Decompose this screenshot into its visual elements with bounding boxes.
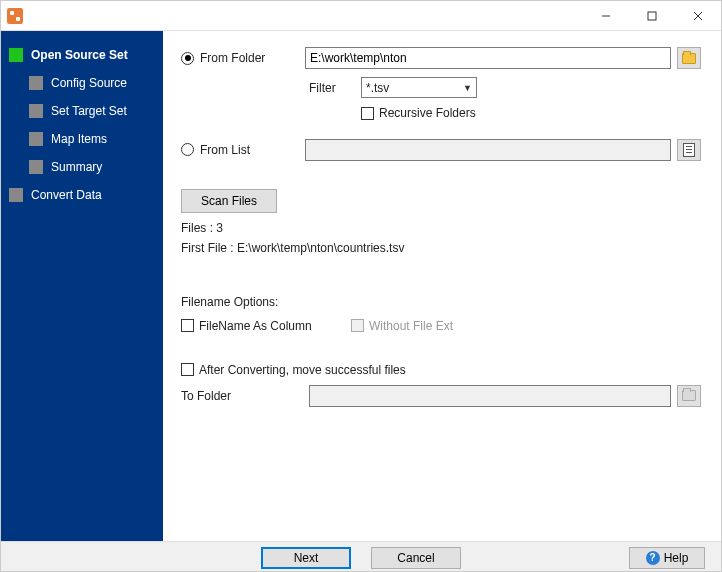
- maximize-button[interactable]: [629, 1, 675, 31]
- step-active-icon: [9, 48, 23, 62]
- scan-files-button[interactable]: Scan Files: [181, 189, 277, 213]
- wizard-sidebar: Open Source Set Config Source Set Target…: [1, 31, 163, 541]
- filter-combo[interactable]: *.tsv ▼: [361, 77, 477, 98]
- sidebar-item-label: Open Source Set: [31, 48, 128, 62]
- step-pending-icon: [29, 104, 43, 118]
- from-list-label: From List: [200, 143, 250, 157]
- from-folder-radio[interactable]: [181, 52, 194, 65]
- sidebar-item-open-source-set[interactable]: Open Source Set: [1, 41, 163, 69]
- browse-to-folder-button[interactable]: [677, 385, 701, 407]
- checkbox-icon: [181, 319, 194, 332]
- close-button[interactable]: [675, 1, 721, 31]
- sidebar-item-label: Convert Data: [31, 188, 102, 202]
- step-pending-icon: [29, 76, 43, 90]
- main-panel: From Folder Filter *.tsv ▼ Recursive Fol…: [163, 31, 721, 541]
- sidebar-item-label: Config Source: [51, 76, 127, 90]
- sidebar-item-summary[interactable]: Summary: [1, 153, 163, 181]
- checkbox-icon: [361, 107, 374, 120]
- sidebar-item-config-source[interactable]: Config Source: [1, 69, 163, 97]
- sidebar-item-label: Map Items: [51, 132, 107, 146]
- help-button[interactable]: ? Help: [629, 547, 705, 569]
- browse-list-button[interactable]: [677, 139, 701, 161]
- sidebar-item-label: Set Target Set: [51, 104, 127, 118]
- after-converting-label: After Converting, move successful files: [199, 363, 406, 377]
- without-file-ext-label: Without File Ext: [369, 319, 453, 333]
- first-file-text: First File : E:\work\temp\nton\countries…: [181, 241, 701, 255]
- help-label: Help: [664, 551, 689, 565]
- folder-icon: [682, 390, 696, 401]
- step-pending-icon: [29, 132, 43, 146]
- recursive-folders-checkbox[interactable]: Recursive Folders: [361, 106, 476, 120]
- sidebar-item-set-target-set[interactable]: Set Target Set: [1, 97, 163, 125]
- help-icon: ?: [646, 551, 660, 565]
- from-list-radio[interactable]: [181, 143, 194, 156]
- minimize-button[interactable]: [583, 1, 629, 31]
- title-bar: [1, 1, 721, 31]
- to-folder-label: To Folder: [181, 389, 231, 403]
- filename-as-column-label: FileName As Column: [199, 319, 312, 333]
- cancel-button[interactable]: Cancel: [371, 547, 461, 569]
- chevron-down-icon: ▼: [463, 83, 472, 93]
- folder-icon: [682, 53, 696, 64]
- folder-path-input[interactable]: [305, 47, 671, 69]
- files-count-text: Files : 3: [181, 221, 701, 235]
- step-pending-icon: [9, 188, 23, 202]
- checkbox-icon: [351, 319, 364, 332]
- sidebar-item-convert-data[interactable]: Convert Data: [1, 181, 163, 209]
- checkbox-icon: [181, 363, 194, 376]
- sidebar-item-map-items[interactable]: Map Items: [1, 125, 163, 153]
- without-file-ext-checkbox: Without File Ext: [351, 319, 453, 333]
- filename-as-column-checkbox[interactable]: FileName As Column: [181, 319, 351, 333]
- dialog-footer: Next Cancel ? Help: [1, 541, 721, 572]
- next-button[interactable]: Next: [261, 547, 351, 569]
- from-folder-label: From Folder: [200, 51, 265, 65]
- to-folder-input: [309, 385, 671, 407]
- filter-label: Filter: [309, 81, 361, 95]
- list-icon: [683, 143, 695, 157]
- svg-rect-1: [648, 12, 656, 20]
- sidebar-item-label: Summary: [51, 160, 102, 174]
- step-pending-icon: [29, 160, 43, 174]
- browse-folder-button[interactable]: [677, 47, 701, 69]
- filename-options-label: Filename Options:: [181, 295, 701, 309]
- after-converting-checkbox[interactable]: After Converting, move successful files: [181, 363, 406, 377]
- app-icon: [7, 8, 23, 24]
- recursive-folders-label: Recursive Folders: [379, 106, 476, 120]
- filter-value: *.tsv: [366, 81, 389, 95]
- from-list-input: [305, 139, 671, 161]
